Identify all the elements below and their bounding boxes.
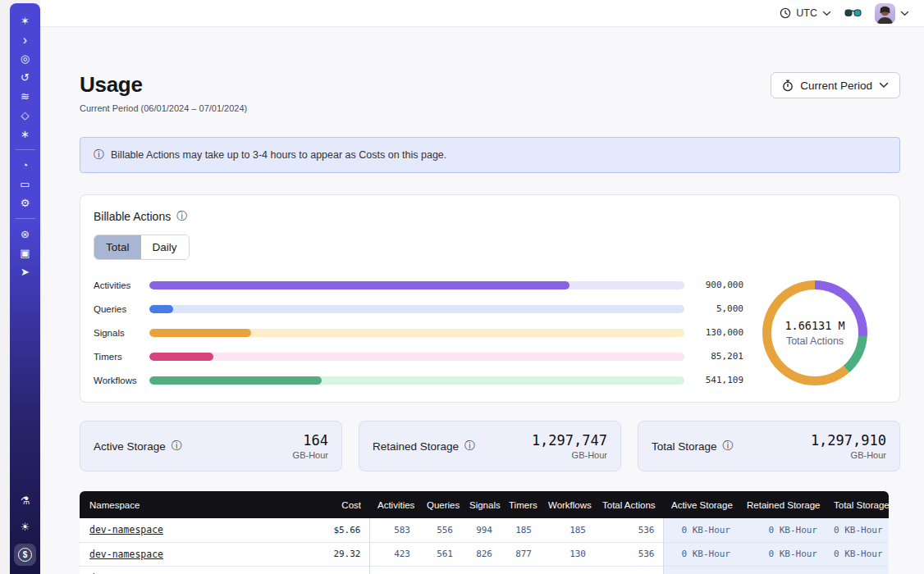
bar-fill: [149, 329, 251, 337]
storage-summary-row: Active Storageⓘ164GB-HourRetained Storag…: [80, 421, 900, 472]
user-menu[interactable]: [875, 3, 909, 24]
donut-total-value: 1.66131 M: [784, 319, 844, 332]
current-period-label: Current Period: [800, 80, 872, 92]
info-icon[interactable]: ⓘ: [172, 439, 182, 453]
theme-sun-icon[interactable]: ☀: [16, 517, 35, 536]
storage-card-unit: GB-Hour: [293, 450, 328, 460]
value-cell: 185: [540, 518, 594, 542]
feedback-glasses-button[interactable]: [844, 8, 862, 19]
info-banner: ⓘ Billable Actions may take up to 3-4 ho…: [80, 137, 900, 173]
layers-icon[interactable]: ≋: [16, 87, 35, 106]
total-daily-tabs: TotalDaily: [94, 235, 190, 260]
usage-gauge-icon[interactable]: ◔: [16, 156, 35, 175]
avatar: [875, 3, 895, 24]
value-cell: 583: [369, 518, 419, 542]
storage-label-text: Active Storage: [94, 440, 166, 453]
expand-chevron-icon[interactable]: ›: [16, 30, 35, 49]
cube-icon[interactable]: ◇: [16, 106, 35, 125]
sidebar-bottom: ⚗☀$: [14, 491, 36, 574]
current-period-dropdown[interactable]: Current Period: [771, 72, 900, 98]
value-cell: 185: [501, 518, 540, 542]
bar-fill: [149, 353, 213, 361]
col-header-active-storage: Active Storage: [663, 491, 739, 518]
bar-track: [149, 329, 684, 337]
temporal-logo-icon[interactable]: ✶: [16, 11, 35, 30]
bar-track: [149, 353, 684, 361]
dollar-coin-icon-button[interactable]: $: [14, 544, 36, 566]
storage-card-value: 164: [293, 432, 328, 449]
billable-actions-card: Billable Actions ⓘ TotalDaily Activities…: [80, 194, 900, 403]
tab-total[interactable]: Total: [94, 235, 141, 259]
value-cell: 536: [419, 566, 461, 574]
bar-value: 5,000: [684, 303, 743, 314]
bar-fill: [149, 376, 322, 385]
support-lifebuoy-icon[interactable]: ⊛: [16, 225, 35, 244]
value-cell: 994: [461, 518, 501, 542]
table-row: dev-namespace$5.665835569941851855360 KB…: [80, 518, 889, 542]
rocket-icon[interactable]: ➤: [16, 262, 35, 281]
value-cell: 556: [419, 518, 461, 542]
col-header-activities: Activities: [369, 491, 419, 518]
storage-card-label: Retained Storageⓘ: [373, 439, 475, 453]
value-cell: 0 KB-Hour: [826, 518, 889, 542]
col-header-namespace: Namespace: [80, 491, 287, 518]
info-icon[interactable]: ⓘ: [464, 439, 475, 453]
value-cell: 0 KB-Hour: [663, 518, 739, 542]
timezone-dropdown[interactable]: UTC: [780, 7, 831, 19]
chevron-down-icon: [822, 11, 831, 16]
value-cell: 0 KB-Hour: [663, 566, 739, 574]
storage-card-unit: GB-Hour: [811, 450, 886, 460]
billable-actions-bar-chart: Activities900,000Queries5,000Signals130,…: [94, 280, 743, 385]
settings-gear-icon[interactable]: ⚙: [16, 194, 35, 212]
value-cell: 0 KB-Hour: [826, 566, 889, 574]
bar-row-workflows: Workflows541,109: [94, 375, 743, 385]
bar-track: [149, 281, 684, 289]
value-cell: 0 KB-Hour: [663, 542, 739, 566]
billing-card-icon[interactable]: ▭: [16, 175, 35, 194]
labs-flask-icon[interactable]: ⚗: [16, 491, 35, 510]
col-header-cost: Cost: [287, 491, 369, 518]
bar-label: Timers: [94, 352, 149, 362]
namespace-link[interactable]: dev-namespace: [89, 549, 163, 560]
info-icon[interactable]: ⓘ: [723, 439, 734, 453]
bar-label: Workflows: [94, 376, 149, 385]
value-cell: 0 KB-Hour: [739, 518, 826, 542]
col-header-total-storage: Total Storage: [826, 491, 889, 518]
history-clock-icon[interactable]: ↺: [16, 68, 35, 87]
info-icon[interactable]: ⓘ: [176, 209, 187, 224]
value-cell: $5.66: [287, 518, 369, 542]
bar-fill: [149, 281, 569, 289]
chevron-down-icon: [900, 11, 909, 16]
dollar-coin-icon: $: [18, 548, 32, 562]
namespaces-spiral-icon[interactable]: ◎: [16, 49, 35, 68]
bar-value: 85,201: [684, 351, 743, 362]
value-cell: 423: [369, 542, 419, 566]
namespace-cell: dev-namespace: [80, 542, 287, 566]
bar-fill: [149, 305, 173, 313]
storage-label-text: Retained Storage: [373, 440, 459, 453]
value-cell: $3.35: [287, 566, 369, 574]
value-cell: 561: [419, 542, 461, 566]
clock-icon: [780, 7, 791, 19]
col-header-timers: Timers: [501, 491, 540, 518]
value-cell: 536: [594, 518, 663, 542]
namespace-link[interactable]: dev-namespace: [89, 524, 163, 535]
bar-track: [149, 376, 684, 385]
bar-row-activities: Activities900,000: [94, 280, 743, 290]
bar-row-queries: Queries5,000: [94, 303, 743, 314]
value-cell: 0 KB-Hour: [739, 542, 826, 566]
value-cell: 536: [594, 542, 663, 566]
storage-label-text: Total Storage: [652, 440, 717, 453]
tab-daily[interactable]: Daily: [141, 235, 189, 259]
storage-card-total: Total Storageⓘ1,297,910GB-Hour: [638, 421, 900, 472]
storage-card-unit: GB-Hour: [532, 450, 607, 460]
table-row: dev-namespace29.324235618268771305360 KB…: [80, 542, 889, 566]
value-cell: 877: [501, 542, 540, 566]
value-cell: 883: [461, 566, 501, 574]
value-cell: 492: [369, 566, 419, 574]
asterisk-icon[interactable]: ∗: [16, 125, 35, 144]
storage-card-label: Active Storageⓘ: [94, 439, 182, 453]
value-cell: 130: [594, 566, 663, 574]
docs-terminal-icon[interactable]: ▣: [16, 244, 35, 262]
value-cell: 816: [501, 566, 540, 574]
